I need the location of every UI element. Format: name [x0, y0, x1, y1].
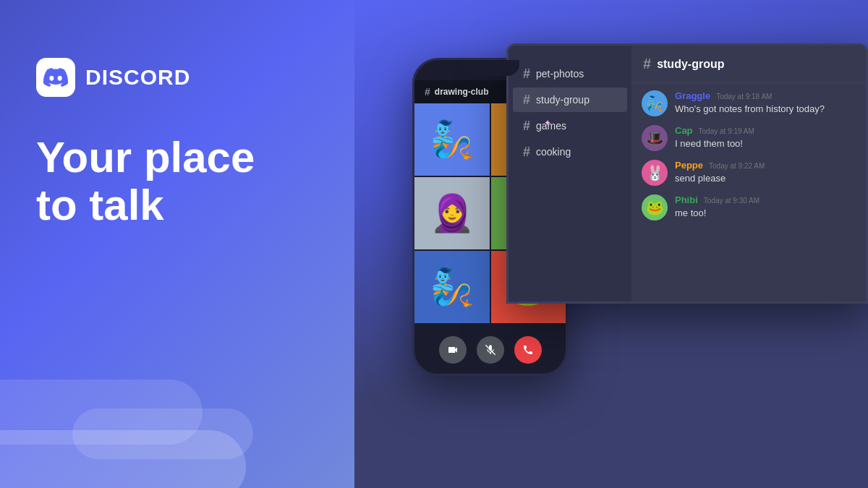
discord-icon	[36, 58, 75, 97]
message-content-peppe: Peppe Today at 9:22 AM send please	[675, 160, 856, 185]
message-header-phibi: Phibi Today at 9:30 AM	[675, 194, 856, 205]
avatar-3: 🧕	[430, 192, 475, 234]
timestamp-cap: Today at 9:19 AM	[699, 127, 754, 135]
phone-controls	[414, 336, 566, 364]
avatar-phibi: 🐸	[642, 194, 668, 221]
channel-name-label: pet-photos	[536, 68, 584, 80]
mute-button[interactable]	[477, 336, 504, 364]
hash-icon: #	[523, 67, 530, 80]
message-header-cap: Cap Today at 9:19 AM	[675, 125, 856, 136]
message-content-graggle: Graggle Today at 9:18 AM Who's got notes…	[675, 90, 856, 116]
author-graggle: Graggle	[675, 90, 710, 101]
phone-notch	[461, 60, 519, 76]
channel-name-label: study-group	[536, 94, 590, 106]
channel-item-pet-photos[interactable]: # pet-photos	[513, 61, 627, 86]
discord-logo: DISCORD	[36, 58, 190, 97]
channel-item-games[interactable]: # games	[513, 114, 627, 138]
tagline-line1: Your place	[36, 134, 255, 181]
hash-icon: #	[523, 145, 530, 158]
right-section: ✦ # drawing-club ✦ 🧞 🤠 🧕 🐸 🧞	[354, 0, 868, 488]
video-cell-5: 🧞	[414, 251, 490, 323]
chat-channel-title: study-group	[657, 58, 724, 71]
discord-wordmark: DISCORD	[85, 65, 190, 90]
avatar-5: 🧞	[430, 266, 475, 308]
author-peppe: Peppe	[675, 160, 703, 171]
timestamp-peppe: Today at 9:22 AM	[709, 162, 765, 170]
laptop-mockup: # pet-photos # study-group # games # coo…	[506, 43, 868, 304]
hash-icon: #	[523, 119, 530, 132]
channel-item-cooking[interactable]: # cooking	[513, 140, 627, 164]
channel-name-label: games	[536, 120, 566, 132]
timestamp-phibi: Today at 9:30 AM	[704, 197, 760, 205]
message-graggle: 🧞 Graggle Today at 9:18 AM Who's got not…	[642, 90, 856, 116]
avatar-1: 🧞	[430, 119, 475, 160]
phone-sparkle-icon: ✦	[544, 118, 551, 128]
message-text-peppe: send please	[675, 172, 856, 185]
laptop-inner: # pet-photos # study-group # games # coo…	[509, 46, 866, 301]
video-cell-3: 🧕	[414, 177, 490, 249]
discord-svg	[43, 65, 68, 90]
left-section: DISCORD Your place to talk	[0, 0, 354, 488]
timestamp-graggle: Today at 9:18 AM	[716, 93, 772, 100]
mic-icon	[485, 344, 496, 356]
avatar-graggle: 🧞	[642, 90, 668, 116]
message-content-cap: Cap Today at 9:19 AM I need them too!	[675, 125, 856, 150]
channel-item-study-group[interactable]: # study-group	[513, 87, 627, 112]
tagline: Your place to talk	[36, 134, 255, 229]
chat-panel: # study-group 🧞 Graggle Today at 9:18 AM…	[631, 46, 866, 301]
channel-list: # pet-photos # study-group # games # coo…	[509, 46, 631, 301]
message-content-phibi: Phibi Today at 9:30 AM me too!	[675, 194, 856, 220]
video-cell-1: 🧞	[414, 103, 490, 176]
cloud-decoration	[0, 430, 246, 488]
message-text-phibi: me too!	[675, 207, 856, 220]
end-call-icon	[522, 344, 534, 356]
message-phibi: 🐸 Phibi Today at 9:30 AM me too!	[642, 194, 856, 221]
video-icon	[447, 344, 459, 356]
phone-hash-icon: #	[425, 86, 430, 98]
chat-header: # study-group	[631, 46, 866, 83]
message-cap: 🎩 Cap Today at 9:19 AM I need them too!	[642, 125, 856, 151]
message-peppe: 🐰 Peppe Today at 9:22 AM send please	[642, 160, 856, 186]
author-phibi: Phibi	[675, 194, 698, 205]
message-header-graggle: Graggle Today at 9:18 AM	[675, 90, 856, 101]
video-toggle-button[interactable]	[439, 336, 467, 364]
phone-channel-name: drawing-club	[435, 87, 489, 97]
avatar-cap: 🎩	[642, 125, 668, 151]
avatar-peppe: 🐰	[642, 160, 668, 186]
chat-hash-icon: #	[643, 56, 651, 72]
message-text-graggle: Who's got notes from history today?	[675, 103, 856, 116]
tagline-line2: to talk	[36, 181, 255, 229]
chat-messages: 🧞 Graggle Today at 9:18 AM Who's got not…	[631, 83, 866, 301]
message-header-peppe: Peppe Today at 9:22 AM	[675, 160, 856, 171]
author-cap: Cap	[675, 125, 693, 136]
end-call-button[interactable]	[514, 336, 542, 364]
hash-icon: #	[523, 93, 530, 106]
channel-name-label: cooking	[536, 146, 571, 158]
message-text-cap: I need them too!	[675, 137, 856, 150]
